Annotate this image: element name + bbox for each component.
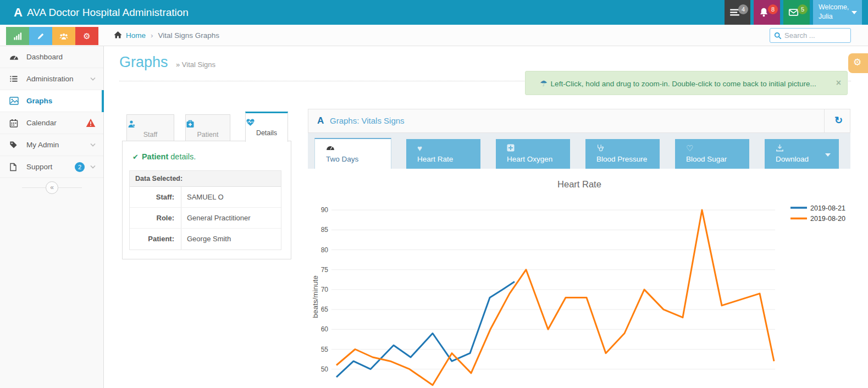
bar-chart-icon bbox=[14, 32, 22, 40]
search-box[interactable] bbox=[770, 28, 851, 43]
caret-down-icon bbox=[825, 153, 831, 157]
gear-icon: ⚙ bbox=[853, 57, 861, 68]
patient-details-card: ✔Patient details. Data Selected: Staff: … bbox=[122, 141, 291, 259]
messages-button[interactable]: 5 bbox=[783, 0, 810, 25]
quick-edit-button[interactable] bbox=[29, 27, 52, 45]
top-bar: A AVA Doctor Hospital Administration 4 8… bbox=[0, 0, 868, 25]
svg-text:90: 90 bbox=[321, 206, 329, 214]
tab-blood-sugar[interactable]: ♡ Blood Sugar bbox=[675, 139, 749, 169]
gauge-icon bbox=[9, 53, 19, 61]
svg-text:55: 55 bbox=[321, 346, 329, 353]
support-badge: 2 bbox=[75, 162, 85, 172]
svg-text:Heart Rate: Heart Rate bbox=[557, 179, 601, 189]
pencil-icon bbox=[37, 32, 45, 40]
medical-bag-icon bbox=[186, 120, 230, 128]
welcome-text: Welcome, Julia bbox=[819, 3, 849, 21]
notifications-button[interactable]: 8 bbox=[754, 0, 780, 25]
svg-text:75: 75 bbox=[321, 266, 329, 274]
gears-icon: ⚙ bbox=[83, 31, 90, 41]
tab-download[interactable]: Download bbox=[765, 139, 839, 169]
tab-staff[interactable]: Staff bbox=[126, 114, 174, 141]
refresh-icon[interactable]: ↻ bbox=[834, 114, 843, 126]
sidebar-item-support[interactable]: Support 2 bbox=[0, 156, 103, 178]
notifications-badge: 8 bbox=[768, 4, 778, 14]
sidebar-item-my-admin[interactable]: My Admin bbox=[0, 134, 103, 156]
page-title: Graphs bbox=[119, 54, 168, 70]
svg-text:60: 60 bbox=[321, 325, 329, 333]
tag-icon bbox=[9, 141, 18, 149]
home-icon bbox=[114, 31, 122, 39]
page-heading: Graphs » Vital Signs bbox=[119, 54, 215, 71]
panel-logo-icon: A bbox=[317, 115, 324, 126]
table-header: Data Selected: bbox=[130, 171, 281, 187]
sidebar-collapse-row: « bbox=[0, 181, 104, 195]
plus-square-icon bbox=[507, 144, 515, 152]
svg-text:80: 80 bbox=[321, 246, 329, 254]
sidebar-item-dashboard[interactable]: Dashboard bbox=[0, 46, 103, 68]
tab-blood-pressure[interactable]: Blood Pressure bbox=[585, 139, 660, 169]
tab-two-days[interactable]: Two Days bbox=[314, 138, 391, 169]
calendar-icon bbox=[9, 119, 18, 128]
graph-panel-title: Graphs: Vitals Signs bbox=[330, 109, 405, 132]
graph-panel-header: A Graphs: Vitals Signs ↻ bbox=[308, 109, 850, 133]
settings-flyout-tab[interactable]: ⚙ bbox=[848, 53, 868, 73]
heart-icon: ♥ bbox=[417, 144, 422, 152]
breadcrumb-separator: › bbox=[151, 31, 153, 40]
sidebar: Dashboard Administration Graphs Calendar… bbox=[0, 46, 104, 388]
alert-text: Left-Click, hold and drug to zoom-in. Do… bbox=[551, 80, 816, 88]
menu-badge: 4 bbox=[738, 4, 748, 14]
page-subtitle: » Vital Signs bbox=[176, 60, 215, 69]
warning-triangle-icon bbox=[86, 118, 96, 128]
tab-details[interactable]: Details bbox=[245, 112, 288, 142]
alert-close-icon[interactable]: × bbox=[836, 78, 841, 88]
svg-text:beats/minute: beats/minute bbox=[311, 275, 319, 318]
svg-text:2019-08-20: 2019-08-20 bbox=[810, 215, 845, 223]
svg-text:85: 85 bbox=[321, 226, 329, 234]
tab-patient[interactable]: Patient bbox=[185, 114, 230, 141]
svg-text:50: 50 bbox=[321, 365, 329, 373]
tab-heart-rate[interactable]: ♥ Heart Rate bbox=[406, 139, 480, 169]
divider bbox=[824, 109, 825, 132]
tab-heart-oxygen[interactable]: Heart Oxygen bbox=[496, 139, 570, 169]
quick-charts-button[interactable] bbox=[6, 27, 29, 45]
check-icon: ✔ bbox=[132, 153, 139, 161]
breadcrumb-current: Vital Signs Graphs bbox=[158, 31, 220, 40]
quick-settings-button[interactable]: ⚙ bbox=[75, 27, 98, 45]
gauge-icon bbox=[326, 144, 335, 151]
staff-person-icon bbox=[127, 120, 174, 128]
breadcrumb-home-link[interactable]: Home bbox=[126, 31, 146, 40]
heart-pulse-icon bbox=[246, 118, 288, 126]
user-menu-button[interactable]: Welcome, Julia bbox=[813, 0, 862, 25]
chevron-down-icon bbox=[90, 77, 96, 81]
messages-badge: 5 bbox=[798, 4, 808, 14]
breadcrumb: Home›Vital Signs Graphs bbox=[114, 25, 219, 46]
svg-text:65: 65 bbox=[321, 306, 329, 313]
sidebar-collapse-button[interactable]: « bbox=[46, 181, 58, 194]
table-row: Patient: George Smith bbox=[130, 229, 281, 250]
search-input[interactable] bbox=[784, 29, 849, 42]
sidebar-item-calendar[interactable]: Calendar bbox=[0, 112, 103, 134]
users-icon bbox=[59, 32, 69, 40]
search-icon bbox=[774, 32, 782, 40]
table-row: Staff: SAMUEL O bbox=[130, 187, 281, 208]
app-title: AVA Doctor Hospital Administration bbox=[27, 0, 189, 25]
svg-text:70: 70 bbox=[321, 286, 329, 293]
sidebar-item-administration[interactable]: Administration bbox=[0, 68, 103, 90]
file-icon bbox=[9, 163, 17, 171]
quick-users-button[interactable] bbox=[52, 27, 75, 45]
table-row: Role: General Practitioner bbox=[130, 208, 281, 229]
zoom-hint-alert: ☂Left-Click, hold and drug to zoom-in. D… bbox=[525, 71, 848, 95]
chevron-down-icon bbox=[90, 165, 96, 169]
sidebar-item-graphs[interactable]: Graphs bbox=[0, 90, 103, 112]
status-line: ✔Patient details. bbox=[132, 152, 196, 161]
umbrella-icon: ☂ bbox=[540, 79, 547, 88]
download-icon bbox=[776, 144, 784, 152]
secondary-bar: ⚙ Home›Vital Signs Graphs bbox=[0, 25, 868, 46]
stethoscope-icon bbox=[596, 144, 604, 152]
menu-list-button[interactable]: 4 bbox=[725, 0, 750, 25]
heart-outline-icon: ♡ bbox=[686, 144, 693, 152]
heart-rate-chart[interactable]: 505560657075808590Heart Ratebeats/minute… bbox=[308, 170, 852, 388]
app-logo-icon: A bbox=[14, 5, 22, 20]
data-selected-table: Data Selected: Staff: SAMUEL O Role: Gen… bbox=[129, 170, 281, 250]
list-bars-icon bbox=[9, 75, 18, 83]
